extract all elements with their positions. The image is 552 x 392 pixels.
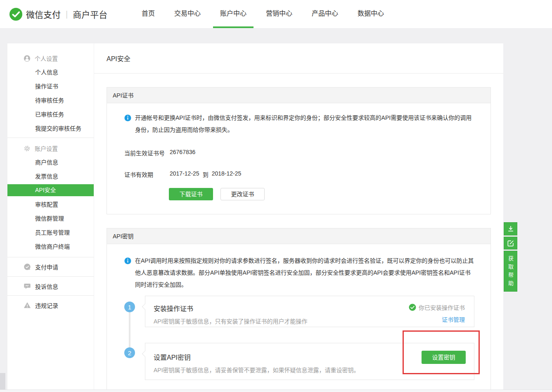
nav-item-home[interactable]: 首页 — [135, 0, 162, 28]
top-navigation: 首页 交易中心 账户中心 营销中心 产品中心 数据中心 — [135, 0, 391, 28]
api-key-section-title: API密钥 — [107, 228, 490, 244]
sidebar-link-label: 投诉信息 — [35, 282, 58, 290]
api-key-section: API密钥 在API调用时用来按照指定规则对你的请求参数进行签名，服务器收到你的… — [107, 228, 491, 390]
feedback-help-button[interactable] — [504, 237, 517, 249]
nav-item-account-center[interactable]: 账户中心 — [213, 0, 253, 28]
validity-from: 2017-12-25 — [170, 170, 199, 178]
user-icon — [24, 55, 31, 62]
info-icon — [124, 114, 131, 121]
gear-icon — [24, 145, 31, 152]
check-circle-icon — [409, 304, 416, 311]
sidebar-group-title: 账户设置 — [35, 144, 58, 152]
sidebar-item-invoice-info[interactable]: 发票信息 — [7, 169, 94, 183]
sidebar-item-merchant-info[interactable]: 商户信息 — [7, 155, 94, 169]
brand-name: 微信支付 — [26, 8, 61, 20]
set-api-key-button[interactable]: 设置密钥 — [422, 351, 466, 364]
step-2-badge: 2 — [124, 347, 135, 358]
wechat-pay-logo: 微信支付 | 商户平台 — [9, 0, 107, 28]
scrollbar-thumb[interactable] — [0, 373, 5, 390]
main-content: API安全 API证书 开通帐号和更换API证书时，由微信支付签发，用来标识和界… — [94, 43, 503, 390]
merchant-platform-page: 微信支付 | 商户平台 首页 交易中心 账户中心 营销中心 产品中心 数据中心 … — [0, 0, 552, 392]
download-icon — [507, 225, 515, 233]
get-help-button[interactable]: 获取帮助 — [504, 251, 517, 292]
validity-separator: 到 — [203, 170, 208, 178]
sidebar-link-label: 违规记录 — [35, 301, 58, 309]
top-bar: 微信支付 | 商户平台 首页 交易中心 账户中心 营销中心 产品中心 数据中心 — [0, 0, 552, 28]
edit-icon — [507, 239, 515, 247]
sidebar-item-staff-account-management[interactable]: 员工账号管理 — [7, 226, 94, 240]
change-certificate-button[interactable]: 更改证书 — [220, 188, 265, 200]
certificate-buttons-row: 下载证书 更改证书 — [169, 188, 490, 200]
get-help-label: 获取帮助 — [504, 256, 517, 289]
sidebar-item-wechat-merchant-terminal[interactable]: 微信商户终端 — [7, 240, 94, 254]
step-install-certificate: 1 安装操作证书 API密钥属于敏感信息，只有安装了操作证书的用户才能操作 — [124, 296, 490, 327]
validity-label: 证书有效期 — [124, 170, 170, 178]
info-icon — [124, 257, 131, 264]
sidebar-link-violation-records[interactable]: 违规记录 — [7, 295, 94, 314]
chat-check-icon — [24, 263, 31, 271]
nav-item-data-center[interactable]: 数据中心 — [351, 0, 391, 28]
sidebar-item-personal-info[interactable]: 个人信息 — [7, 65, 94, 79]
api-key-info-text: 在API调用时用来按照指定规则对你的请求参数进行签名，服务器收到你的请求时会进行… — [135, 255, 475, 291]
api-certificate-section-body: 开通帐号和更换API证书时，由微信支付签发，用来标识和界定你的身份；部分安全性要… — [107, 103, 490, 214]
certificate-management-link[interactable]: 证书管理 — [409, 315, 465, 323]
message-icon — [24, 283, 31, 290]
logo-divider: | — [66, 10, 68, 19]
warning-icon — [24, 302, 31, 309]
sidebar-item-my-submitted-review-tasks[interactable]: 我提交的审核任务 — [7, 121, 94, 135]
status-text: 你已安装操作证书 — [419, 303, 465, 311]
sidebar-group-personal-settings: 个人设置 — [7, 51, 94, 65]
validity-to: 2018-12-25 — [212, 170, 242, 178]
current-certificate-row: 当前生效证书号 26767836 — [124, 149, 490, 157]
step-set-api-key: 2 设置API密钥 API密钥属于敏感信息，请妥善保管不要泄露，如果怀疑信息泄露… — [124, 343, 490, 380]
wechat-pay-logo-icon — [9, 7, 23, 21]
api-certificate-section-title: API证书 — [107, 88, 490, 103]
api-key-steps: 1 安装操作证书 API密钥属于敏感信息，只有安装了操作证书的用户才能操作 — [124, 296, 490, 380]
nav-item-transaction-center[interactable]: 交易中心 — [167, 0, 208, 28]
certificate-info-row: 开通帐号和更换API证书时，由微信支付签发，用来标识和界定你的身份；部分安全性要… — [124, 103, 475, 136]
step-1-card: 安装操作证书 API密钥属于敏感信息，只有安装了操作证书的用户才能操作 你已安装… — [145, 296, 474, 327]
horizontal-scrollbar[interactable] — [0, 390, 552, 392]
certificate-number-value: 26767836 — [170, 149, 195, 157]
api-key-section-body: 在API调用时用来按照指定规则对你的请求参数进行签名，服务器收到你的请求时会进行… — [107, 244, 490, 390]
certificate-installed-status: 你已安装操作证书 — [409, 303, 465, 311]
sidebar-link-complaint-info[interactable]: 投诉信息 — [7, 276, 94, 295]
step-1-status-area: 你已安装操作证书 证书管理 — [409, 303, 465, 323]
sidebar-item-api-security[interactable]: API安全 — [7, 184, 94, 196]
sidebar-item-wechat-group-management[interactable]: 微信群管理 — [7, 211, 94, 226]
sidebar-item-review-config[interactable]: 审核配置 — [7, 197, 94, 211]
certificate-info-text: 开通帐号和更换API证书时，由微信支付签发，用来标识和界定你的身份；部分安全性要… — [135, 112, 475, 136]
sidebar-divider — [7, 138, 94, 138]
step-2-card: 设置API密钥 API密钥属于敏感信息，请妥善保管不要泄露，如果怀疑信息泄露，请… — [145, 343, 474, 380]
download-help-button[interactable] — [504, 222, 517, 235]
nav-item-marketing-center[interactable]: 营销中心 — [259, 0, 299, 28]
sidebar-item-operation-cert[interactable]: 操作证书 — [7, 79, 94, 93]
sidebar: 个人设置 个人信息 操作证书 待审核任务 已审核任务 我提交的审核任务 账户设置… — [7, 43, 94, 390]
sidebar-link-label: 支付申请 — [35, 263, 58, 271]
api-certificate-section: API证书 开通帐号和更换API证书时，由微信支付签发，用来标识和界定你的身份；… — [107, 87, 491, 214]
page-title: API安全 — [94, 43, 503, 74]
sidebar-group-account-settings: 账户设置 — [7, 141, 94, 155]
sidebar-item-reviewed-tasks[interactable]: 已审核任务 — [7, 107, 94, 121]
download-certificate-button[interactable]: 下载证书 — [169, 188, 213, 200]
certificate-validity-row: 证书有效期 2017-12-25 到 2018-12-25 — [124, 170, 490, 178]
certificate-number-label: 当前生效证书号 — [124, 149, 170, 157]
product-name: 商户平台 — [73, 8, 107, 20]
sidebar-item-pending-review-tasks[interactable]: 待审核任务 — [7, 93, 94, 107]
step-1-badge: 1 — [124, 302, 135, 312]
step-2-description: API密钥属于敏感信息，请妥善保管不要泄露，如果怀疑信息泄露，请重设密钥。 — [154, 366, 474, 374]
api-key-info-row: 在API调用时用来按照指定规则对你的请求参数进行签名，服务器收到你的请求时会进行… — [124, 244, 475, 291]
sidebar-link-payment-application[interactable]: 支付申请 — [7, 257, 94, 276]
sidebar-group-title: 个人设置 — [35, 54, 58, 62]
nav-item-product-center[interactable]: 产品中心 — [305, 0, 345, 28]
